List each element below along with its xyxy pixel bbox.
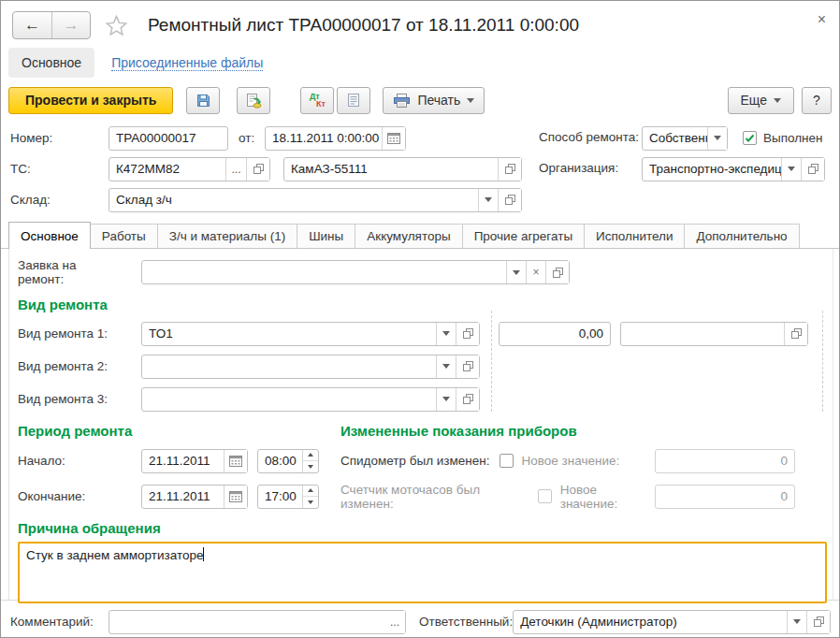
organization-combo[interactable]: Транспортно-экспедиц — [642, 157, 825, 181]
repair-kind-heading: Вид ремонта — [18, 297, 829, 312]
dropdown-button[interactable] — [787, 611, 806, 633]
print-icon — [393, 94, 411, 108]
calendar-button[interactable] — [382, 127, 405, 150]
chevron-down-icon — [485, 197, 492, 202]
dropdown-button[interactable] — [436, 323, 456, 345]
reason-heading: Причина обращения — [18, 520, 829, 536]
repair-kind-1-amount-field[interactable]: 0,00 — [499, 322, 611, 346]
clear-button[interactable]: × — [526, 261, 545, 283]
back-button[interactable]: ← — [13, 12, 51, 38]
repair-kind-1-extra-field[interactable] — [620, 322, 808, 346]
open-icon — [813, 616, 825, 628]
meters-group: Измененные показания приборов Спидометр … — [340, 423, 829, 519]
open-button[interactable] — [545, 261, 569, 283]
tab-batteries[interactable]: Аккумуляторы — [355, 224, 462, 248]
help-button[interactable]: ? — [802, 87, 832, 114]
post-document-button[interactable] — [237, 87, 270, 114]
close-icon[interactable]: × — [818, 12, 826, 27]
start-date-field[interactable]: 21.11.2011 — [141, 449, 248, 473]
open-icon — [790, 327, 803, 340]
open-button[interactable] — [806, 611, 830, 633]
open-button[interactable] — [456, 323, 479, 345]
end-time-field[interactable]: 17:00 — [257, 485, 319, 509]
number-field[interactable]: ТРА00000017 — [109, 126, 228, 151]
end-date-field[interactable]: 21.11.2011 — [141, 485, 248, 509]
document-window: ← → Ремонтный лист ТРА00000017 от 18.11.… — [0, 0, 840, 638]
dt-kt-icon: ДтКт — [310, 93, 326, 108]
open-icon — [462, 327, 474, 340]
tab-other-units[interactable]: Прочие агрегаты — [462, 224, 585, 248]
repair-method-label: Способ ремонта: — [539, 130, 642, 145]
start-time-field[interactable]: 08:00 — [257, 449, 319, 473]
tab-works[interactable]: Работы — [90, 224, 158, 248]
speedometer-changed-checkbox[interactable] — [500, 454, 514, 468]
open-icon — [462, 393, 474, 405]
window-header: ← → Ремонтный лист ТРА00000017 от 18.11.… — [1, 1, 839, 40]
repair-method-combo[interactable]: Собственн — [642, 126, 728, 151]
dt-kt-button[interactable]: ДтКт — [300, 87, 334, 114]
vehicle-model-field[interactable]: КамАЗ-55111 — [283, 157, 522, 181]
document-register-button[interactable] — [337, 87, 370, 114]
tab-main[interactable]: Основное — [8, 222, 91, 249]
date-field[interactable]: 18.11.2011 0:00:00 — [265, 126, 406, 151]
open-button[interactable] — [801, 158, 824, 181]
more-button[interactable]: Еще — [728, 87, 795, 114]
print-button[interactable]: Печать — [383, 87, 485, 114]
document-icon — [347, 93, 360, 108]
repair-kind-1-combo[interactable]: ТО1 — [141, 322, 480, 346]
repair-period-heading: Период ремонта — [18, 423, 340, 439]
chevron-down-icon — [442, 364, 450, 369]
post-and-close-button[interactable]: Провести и закрыть — [8, 87, 173, 114]
comment-expand-button[interactable]: ... — [384, 611, 405, 633]
tab-tires[interactable]: Шины — [297, 224, 355, 248]
warehouse-combo[interactable]: Склад з/ч — [109, 188, 522, 212]
forward-button[interactable]: → — [51, 12, 90, 38]
done-checkbox[interactable] — [743, 131, 757, 145]
spinner-up-icon[interactable] — [303, 486, 318, 497]
reason-textarea[interactable]: Стук в заднем аммортизаторе — [18, 542, 827, 603]
dropdown-button[interactable] — [707, 127, 727, 150]
dropdown-button[interactable] — [436, 388, 456, 411]
open-button[interactable] — [784, 323, 807, 345]
nav-item-main[interactable]: Основное — [8, 48, 94, 78]
forward-icon: → — [64, 16, 80, 35]
engine-hours-changed-checkbox[interactable] — [538, 489, 552, 503]
calendar-button[interactable] — [224, 486, 247, 508]
dropdown-button[interactable] — [781, 158, 801, 181]
open-button[interactable] — [246, 158, 269, 181]
spinner-down-icon[interactable] — [303, 460, 318, 472]
tab-additional[interactable]: Дополнительно — [684, 224, 799, 248]
repair-kind-2-combo[interactable] — [141, 355, 480, 379]
comment-field[interactable]: ... — [109, 610, 406, 634]
speedometer-new-value-field[interactable]: 0 — [655, 449, 795, 473]
vehicle-label: ТС: — [10, 162, 109, 176]
repair-request-combo[interactable]: × — [141, 260, 570, 284]
open-button[interactable] — [456, 355, 479, 378]
open-button[interactable] — [456, 388, 479, 411]
chevron-down-icon — [793, 619, 801, 624]
tab-parts-materials[interactable]: З/ч и материалы (1) — [157, 224, 297, 248]
chevron-down-icon — [442, 397, 450, 401]
start-label: Начало: — [18, 454, 141, 468]
open-button[interactable] — [498, 158, 521, 181]
open-button[interactable] — [498, 189, 521, 211]
dropdown-button[interactable] — [436, 355, 456, 378]
spinner-down-icon[interactable] — [303, 496, 318, 508]
dropdown-button[interactable] — [478, 189, 498, 211]
engine-hours-new-value-field[interactable]: 0 — [655, 485, 795, 509]
spinner-up-icon[interactable] — [303, 450, 318, 461]
repair-kind-3-combo[interactable] — [141, 387, 480, 412]
calendar-button[interactable] — [224, 450, 247, 472]
from-label: от: — [239, 131, 265, 145]
organization-label: Организация: — [539, 161, 642, 176]
calendar-icon — [229, 490, 242, 502]
nav-link-attached-files[interactable]: Присоединенные файлы — [111, 55, 263, 71]
vehicle-field[interactable]: К472ММ82 ... — [109, 157, 270, 181]
responsible-combo[interactable]: Деточкин (Администратор) — [513, 610, 831, 634]
tab-executors[interactable]: Исполнители — [584, 224, 685, 248]
favorite-star-button[interactable] — [106, 15, 127, 36]
save-button[interactable] — [186, 87, 220, 114]
repair-period-group: Период ремонта Начало: 21.11.2011 08:00 — [18, 423, 340, 519]
dropdown-button[interactable] — [506, 261, 526, 283]
choose-button[interactable]: ... — [225, 158, 246, 181]
